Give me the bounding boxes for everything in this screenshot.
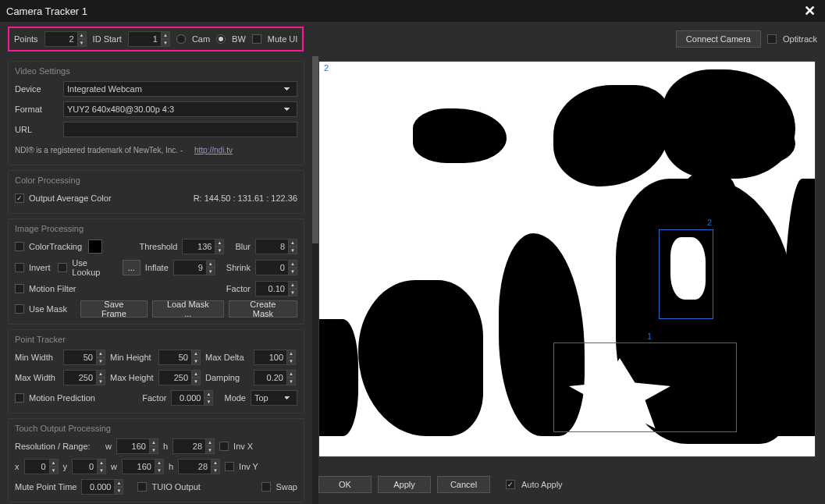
- muteui-checkbox[interactable]: [252, 34, 261, 44]
- shrink-spinner[interactable]: ▲▼: [255, 260, 297, 275]
- spinner-down-icon[interactable]: ▼: [161, 39, 170, 47]
- format-select[interactable]: YUY2 640x480@30.00p 4:3: [63, 101, 297, 117]
- imgproc-factor-spinner[interactable]: ▲▼: [255, 281, 297, 296]
- spinner-down-icon[interactable]: ▼: [288, 247, 297, 254]
- spinner-down-icon[interactable]: ▼: [155, 467, 164, 474]
- spinner-down-icon[interactable]: ▼: [77, 39, 87, 47]
- points-spinner[interactable]: ▲▼: [44, 31, 87, 47]
- damping-input[interactable]: [254, 370, 286, 385]
- bw-radio[interactable]: [216, 34, 226, 44]
- optitrack-checkbox[interactable]: [767, 34, 777, 44]
- device-select[interactable]: Integrated Webcam: [63, 81, 297, 97]
- spinner-down-icon[interactable]: ▼: [286, 378, 296, 385]
- output-avg-checkbox[interactable]: [15, 193, 24, 203]
- shrink-input[interactable]: [255, 260, 288, 275]
- tuio-checkbox[interactable]: [137, 482, 147, 492]
- inflate-input[interactable]: [173, 260, 206, 275]
- x-spinner[interactable]: ▲▼: [24, 459, 59, 474]
- maxdelta-spinner[interactable]: ▲▼: [254, 350, 296, 365]
- invx-checkbox[interactable]: [219, 442, 229, 451]
- spinner-up-icon[interactable]: ▲: [206, 260, 215, 268]
- y-input[interactable]: [72, 459, 97, 474]
- saveframe-button[interactable]: Save Frame: [80, 300, 148, 318]
- spinner-up-icon[interactable]: ▲: [211, 459, 220, 467]
- spinner-down-icon[interactable]: ▼: [191, 357, 201, 365]
- spinner-up-icon[interactable]: ▲: [288, 239, 297, 247]
- spinner-down-icon[interactable]: ▼: [49, 467, 59, 474]
- minheight-spinner[interactable]: ▲▼: [158, 350, 201, 365]
- points-input[interactable]: [44, 31, 77, 47]
- cancel-button[interactable]: Cancel: [437, 476, 490, 493]
- invert-checkbox[interactable]: [15, 263, 24, 272]
- spinner-down-icon[interactable]: ▼: [97, 467, 106, 474]
- spinner-down-icon[interactable]: ▼: [288, 268, 297, 275]
- apply-button[interactable]: Apply: [378, 476, 431, 493]
- lookup-browse-button[interactable]: ...: [123, 260, 140, 275]
- spinner-up-icon[interactable]: ▲: [161, 31, 170, 39]
- minwidth-spinner[interactable]: ▲▼: [63, 350, 105, 365]
- h2-input[interactable]: [178, 459, 211, 474]
- invy-checkbox[interactable]: [225, 462, 234, 471]
- motionfilter-checkbox[interactable]: [15, 284, 24, 293]
- minheight-input[interactable]: [158, 350, 191, 365]
- spinner-up-icon[interactable]: ▲: [288, 281, 297, 289]
- maxheight-input[interactable]: [158, 370, 191, 385]
- spinner-up-icon[interactable]: ▲: [191, 370, 201, 378]
- spinner-up-icon[interactable]: ▲: [215, 239, 224, 247]
- ndi-link[interactable]: http://ndi.tv: [194, 146, 233, 154]
- motionpred-checkbox[interactable]: [15, 393, 24, 403]
- minwidth-input[interactable]: [63, 350, 96, 365]
- inflate-spinner[interactable]: ▲▼: [173, 260, 215, 275]
- mutepoint-spinner[interactable]: ▲▼: [81, 479, 123, 495]
- spinner-up-icon[interactable]: ▲: [288, 260, 297, 268]
- spinner-up-icon[interactable]: ▲: [204, 390, 213, 398]
- spinner-up-icon[interactable]: ▲: [114, 479, 123, 487]
- spinner-down-icon[interactable]: ▼: [96, 378, 105, 385]
- spinner-up-icon[interactable]: ▲: [96, 370, 105, 378]
- ok-button[interactable]: OK: [318, 476, 372, 493]
- connect-camera-button[interactable]: Connect Camera: [676, 30, 761, 48]
- x-input[interactable]: [24, 459, 49, 474]
- spinner-up-icon[interactable]: ▲: [97, 459, 106, 467]
- spinner-up-icon[interactable]: ▲: [205, 438, 215, 446]
- spinner-down-icon[interactable]: ▼: [191, 378, 201, 385]
- w1-input[interactable]: [116, 438, 149, 454]
- spinner-down-icon[interactable]: ▼: [204, 398, 213, 406]
- maxwidth-spinner[interactable]: ▲▼: [63, 370, 105, 385]
- mode-select[interactable]: Top: [251, 390, 297, 406]
- spinner-up-icon[interactable]: ▲: [96, 350, 105, 357]
- spinner-down-icon[interactable]: ▼: [288, 289, 297, 296]
- spinner-down-icon[interactable]: ▼: [205, 446, 215, 454]
- pt-factor-input[interactable]: [171, 390, 204, 406]
- maxheight-spinner[interactable]: ▲▼: [158, 370, 201, 385]
- spinner-down-icon[interactable]: ▼: [96, 357, 105, 365]
- uselookup-checkbox[interactable]: [58, 263, 67, 272]
- idstart-input[interactable]: [128, 31, 161, 47]
- spinner-down-icon[interactable]: ▼: [149, 446, 158, 454]
- colortracking-checkbox[interactable]: [15, 242, 24, 251]
- h2-spinner[interactable]: ▲▼: [178, 459, 220, 474]
- y-spinner[interactable]: ▲▼: [72, 459, 106, 474]
- loadmask-button[interactable]: Load Mask ...: [152, 300, 224, 318]
- idstart-spinner[interactable]: ▲▼: [128, 31, 170, 47]
- spinner-down-icon[interactable]: ▼: [211, 467, 220, 474]
- threshold-input[interactable]: [182, 239, 215, 254]
- spinner-up-icon[interactable]: ▲: [149, 438, 158, 446]
- w2-input[interactable]: [122, 459, 155, 474]
- spinner-up-icon[interactable]: ▲: [77, 31, 87, 39]
- spinner-up-icon[interactable]: ▲: [191, 350, 201, 357]
- h1-input[interactable]: [172, 438, 205, 454]
- spinner-down-icon[interactable]: ▼: [286, 357, 296, 365]
- w2-spinner[interactable]: ▲▼: [122, 459, 164, 474]
- spinner-down-icon[interactable]: ▼: [206, 268, 215, 275]
- blur-input[interactable]: [255, 239, 288, 254]
- spinner-down-icon[interactable]: ▼: [114, 487, 123, 495]
- mutepoint-input[interactable]: [81, 479, 114, 495]
- maxwidth-input[interactable]: [63, 370, 96, 385]
- left-scrollbar[interactable]: [312, 56, 318, 504]
- createmask-button[interactable]: Create Mask: [229, 300, 297, 318]
- spinner-down-icon[interactable]: ▼: [215, 247, 224, 254]
- swap-checkbox[interactable]: [261, 482, 271, 492]
- colortracking-swatch[interactable]: [88, 240, 102, 254]
- pt-factor-spinner[interactable]: ▲▼: [171, 390, 213, 406]
